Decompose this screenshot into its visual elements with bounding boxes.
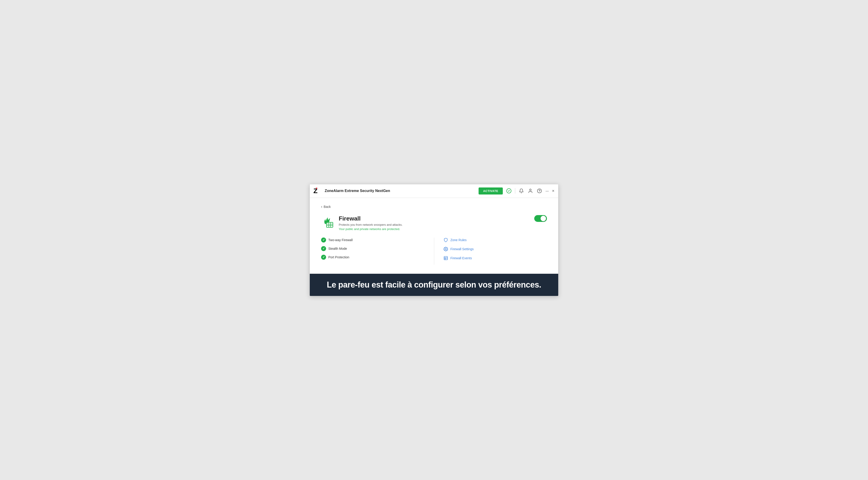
- shield-icon: [443, 238, 448, 242]
- zone-rules-link[interactable]: Zone Rules: [443, 238, 547, 242]
- feature-header: Firewall Protects you from network snoop…: [321, 215, 547, 231]
- check-icon-2: [321, 246, 326, 251]
- bell-icon[interactable]: [518, 188, 524, 194]
- feature-status: Your public and private networks are pro…: [339, 227, 403, 231]
- check-icon-3: [321, 255, 326, 260]
- feature-text: Firewall Protects you from network snoop…: [339, 215, 403, 231]
- feature-item-1-label: Two-way Firewall: [328, 238, 352, 242]
- banner-text: Le pare-feu est facile à configurer selo…: [327, 280, 541, 289]
- feature-item-3-label: Port Protection: [328, 256, 349, 259]
- gear-icon: [443, 246, 448, 251]
- toggle-thumb: [540, 216, 546, 221]
- window-controls: — ✕: [546, 189, 555, 193]
- svg-rect-6: [327, 222, 333, 227]
- back-link[interactable]: ‹ Back: [321, 205, 331, 209]
- feature-item-2: Stealth Mode: [321, 246, 425, 251]
- bottom-banner: Le pare-feu est facile à configurer selo…: [310, 274, 558, 296]
- zone-rules-label: Zone Rules: [451, 238, 467, 242]
- feature-info: Firewall Protects you from network snoop…: [321, 215, 403, 231]
- back-label: Back: [323, 205, 331, 209]
- close-button[interactable]: ✕: [552, 189, 555, 193]
- user-icon[interactable]: [527, 188, 533, 194]
- feature-toggle[interactable]: [534, 215, 547, 222]
- title-bar-right: ACTIVATE: [478, 187, 555, 194]
- header-divider: [515, 188, 515, 193]
- app-logo: Z: [313, 187, 321, 194]
- svg-point-3: [529, 189, 531, 191]
- app-title: ZoneAlarm Extreme Security NextGen: [325, 189, 390, 193]
- links-list: Zone Rules Firewall Settings: [434, 238, 547, 265]
- firewall-icon: [321, 215, 335, 229]
- back-arrow-icon: ‹: [321, 205, 322, 209]
- feature-description: Protects you from network snoopers and a…: [339, 223, 403, 227]
- main-content: ‹ Back: [310, 198, 558, 274]
- firewall-settings-link[interactable]: Firewall Settings: [443, 246, 547, 251]
- feature-item-2-label: Stealth Mode: [328, 247, 347, 250]
- feature-item-1: Two-way Firewall: [321, 238, 425, 242]
- activate-button[interactable]: ACTIVATE: [478, 187, 503, 194]
- features-list: Two-way Firewall Stealth Mode Port Prote…: [321, 238, 434, 265]
- list-icon: [443, 256, 448, 261]
- title-bar: Z ZoneAlarm Extreme Security NextGen ACT…: [310, 184, 558, 198]
- minimize-button[interactable]: —: [546, 189, 549, 193]
- help-icon[interactable]: [536, 188, 542, 194]
- app-window: Z ZoneAlarm Extreme Security NextGen ACT…: [310, 184, 558, 296]
- firewall-events-label: Firewall Events: [451, 256, 472, 260]
- svg-rect-12: [444, 256, 447, 260]
- feature-item-3: Port Protection: [321, 255, 425, 260]
- features-section: Two-way Firewall Stealth Mode Port Prote…: [321, 238, 547, 265]
- checkmark-icon[interactable]: [506, 188, 512, 194]
- feature-title: Firewall: [339, 215, 403, 222]
- firewall-events-link[interactable]: Firewall Events: [443, 256, 547, 261]
- title-bar-left: Z ZoneAlarm Extreme Security NextGen: [313, 187, 390, 194]
- svg-point-11: [445, 248, 446, 249]
- firewall-settings-label: Firewall Settings: [451, 247, 474, 251]
- check-icon-1: [321, 238, 326, 242]
